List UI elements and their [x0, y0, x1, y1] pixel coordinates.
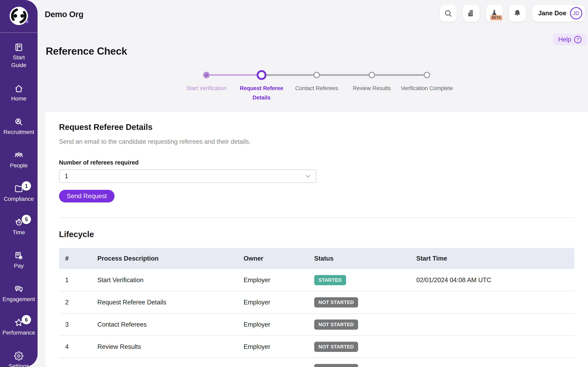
sidebar-item-label: Home: [11, 95, 26, 103]
status-badge: NOT STARTED: [314, 364, 358, 367]
status-badge: NOT STARTED: [314, 297, 358, 308]
sidebar-item-pay[interactable]: Pay: [0, 251, 38, 270]
referees-field-label: Number of referees required: [59, 159, 139, 166]
sidebar-item-start-guide[interactable]: Start Guide: [0, 43, 38, 69]
section-divider: [59, 217, 574, 218]
notifications-button[interactable]: [509, 5, 526, 22]
stepper-step-review-results: Review Results: [344, 69, 399, 93]
step-label: Start Verification: [179, 83, 234, 93]
process-description: Review Results: [97, 343, 243, 350]
row-number: 4: [59, 343, 97, 350]
org-switcher[interactable]: [0, 0, 38, 33]
chat-bubbles-icon: [14, 284, 24, 294]
start-guide-icon: [14, 43, 24, 52]
table-row: 1 Start Verification Employer STARTED 02…: [59, 269, 574, 291]
table-row: 3 Contact Referees Employer NOT STARTED: [59, 314, 574, 336]
building-icon: [467, 9, 476, 17]
topbar-actions: BETA Jane Doe JD: [440, 5, 585, 22]
sidebar-item-label: Settings: [8, 362, 29, 367]
sidebar-item-time[interactable]: Time 5: [0, 217, 38, 236]
sidebar-item-label: Start Guide: [9, 54, 29, 69]
row-number: 1: [59, 276, 97, 284]
lifecycle-heading: Lifecycle: [59, 230, 94, 239]
notification-count-badge: 1: [22, 181, 31, 191]
question-circle-icon: ?: [574, 36, 581, 43]
organisations-button[interactable]: [463, 5, 480, 22]
sidebar-item-performance[interactable]: Performance 6: [0, 318, 38, 337]
table-row: NOT STARTED: [59, 358, 574, 367]
process-description: Request Referee Details: [97, 299, 243, 306]
step-circle: [203, 72, 210, 78]
sidebar: Start Guide Home Recruitment People: [0, 0, 38, 367]
step-label: Verification Complete: [399, 83, 454, 93]
user-name: Jane Doe: [538, 9, 566, 17]
notification-count-badge: 6: [22, 315, 31, 324]
table-row: 2 Request Referee Details Employer NOT S…: [59, 291, 574, 314]
page-title: Reference Check: [46, 45, 127, 57]
bell-icon: [513, 9, 522, 17]
sidebar-item-people[interactable]: People: [0, 151, 38, 169]
stepper-step-request-referee-details: Request Referee Details: [234, 69, 289, 102]
row-number: 3: [59, 321, 97, 328]
recruitment-icon: [14, 117, 24, 127]
process-description: Contact Referees: [97, 321, 243, 328]
search-button[interactable]: [440, 5, 457, 22]
row-number: 2: [59, 299, 97, 306]
sidebar-item-label: Pay: [14, 262, 24, 270]
user-menu[interactable]: Jane Doe JD: [532, 5, 585, 22]
table-row: 4 Review Results Employer NOT STARTED: [59, 336, 574, 358]
check-icon: [204, 73, 208, 77]
sidebar-item-engagement[interactable]: Engagement: [0, 284, 38, 303]
step-label: Contact Referees: [289, 83, 344, 93]
owner: Employer: [243, 299, 314, 306]
sidebar-item-label: Performance: [2, 329, 35, 337]
sidebar-item-compliance[interactable]: Compliance 1: [0, 184, 38, 203]
chevron-down-icon: [304, 173, 311, 180]
step-circle: [313, 72, 320, 78]
gear-icon: [14, 351, 24, 361]
start-time: 02/01/2024 04:08 AM UTC: [416, 276, 574, 284]
step-label: Request Referee Details: [234, 83, 289, 102]
stepper-step-verification-complete: Verification Complete: [399, 69, 454, 93]
status-badge: NOT STARTED: [314, 342, 358, 352]
org-switcher-caret-icon: [25, 21, 29, 24]
lifecycle-table: # Process Description Owner Status Start…: [59, 248, 574, 367]
column-header: Process Description: [97, 255, 243, 262]
beta-badge: BETA: [490, 15, 502, 20]
help-label: Help: [558, 36, 571, 43]
column-header: Owner: [243, 255, 314, 262]
step-circle: [257, 70, 267, 80]
owner: Employer: [243, 321, 314, 328]
referees-select[interactable]: 1: [59, 169, 316, 183]
content-card: Request Referee Details Send an email to…: [45, 112, 588, 367]
search-icon: [444, 9, 452, 17]
sidebar-item-recruitment[interactable]: Recruitment: [0, 117, 38, 136]
sidebar-nav: Start Guide Home Recruitment People: [0, 33, 38, 367]
stepper-step-contact-referees: Contact Referees: [289, 69, 344, 93]
sidebar-item-label: Compliance: [4, 195, 34, 203]
sidebar-item-label: Engagement: [3, 295, 35, 303]
payslip-icon: [14, 251, 24, 260]
section-description: Send an email to the candidate requestin…: [59, 138, 251, 145]
referees-select-value: 1: [60, 173, 304, 180]
people-icon: [14, 151, 24, 160]
labs-button[interactable]: BETA: [486, 5, 503, 22]
status-badge: NOT STARTED: [314, 319, 358, 330]
sidebar-item-settings[interactable]: Settings: [0, 351, 38, 367]
help-button[interactable]: Help ?: [553, 34, 587, 45]
table-header-row: # Process Description Owner Status Start…: [59, 248, 574, 269]
step-circle: [424, 72, 430, 78]
send-request-button[interactable]: Send Request: [59, 190, 114, 202]
home-icon: [14, 84, 24, 93]
sidebar-item-home[interactable]: Home: [0, 84, 38, 103]
sidebar-item-label: Recruitment: [3, 128, 34, 136]
column-header: #: [59, 255, 97, 262]
step-label: Review Results: [344, 83, 399, 93]
column-header: Status: [314, 255, 416, 262]
owner: Employer: [243, 343, 314, 350]
status-badge: STARTED: [314, 275, 346, 285]
owner: Employer: [243, 276, 314, 284]
org-name: Demo Org: [45, 10, 83, 19]
notification-count-badge: 5: [22, 215, 31, 224]
stepper-step-start-verification: Start Verification: [179, 69, 234, 93]
